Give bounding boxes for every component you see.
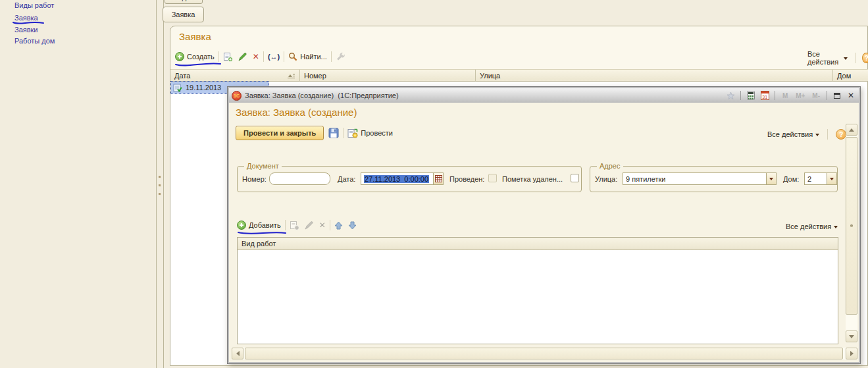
deletion-mark-label: Пометка удален...	[502, 175, 563, 183]
street-label: Улица:	[595, 175, 617, 183]
posted-checkbox[interactable]	[488, 174, 497, 182]
street-combobox[interactable]: 9 пятилетки	[623, 172, 777, 185]
dialog-body: Заявка: Заявка (создание) Провести и зак…	[229, 103, 859, 362]
items-column-header[interactable]: Вид работ	[238, 238, 838, 250]
document-group: Документ Номер: Дата: 27.11.2013 0:00:00	[237, 166, 582, 192]
sidebar-item-zayavki[interactable]: Заявки	[14, 26, 38, 34]
date-label: Дата:	[338, 175, 355, 183]
house-combobox[interactable]: 2	[804, 172, 837, 185]
chevron-down-icon	[834, 226, 838, 228]
move-up-button[interactable]	[334, 221, 343, 230]
calculator-button[interactable]	[746, 90, 756, 101]
pencil-icon	[305, 221, 314, 230]
items-toolbar-right: Все действия	[786, 219, 838, 234]
find-button[interactable]: Найти...	[288, 52, 327, 61]
sidebar-item-raboty-dom[interactable]: Работы дом	[14, 37, 55, 45]
tab-zayavka[interactable]: Заявка	[163, 7, 204, 22]
search-icon	[288, 52, 297, 61]
edit-row-button[interactable]	[305, 221, 314, 230]
floppy-disk-icon	[328, 128, 339, 138]
nav-create-button[interactable]: Создать	[165, 0, 203, 4]
deletion-mark-checkbox[interactable]	[571, 174, 579, 182]
list-toolbar: Создать (↔)	[175, 49, 346, 65]
row-date-value: 19.11.2013	[186, 84, 221, 92]
configure-list-button[interactable]	[336, 52, 346, 62]
move-down-button[interactable]	[348, 221, 357, 230]
scroll-left-button[interactable]	[232, 348, 243, 359]
items-toolbar: Добавить	[237, 217, 357, 233]
document-group-legend: Документ	[244, 162, 282, 170]
house-field[interactable]: 2	[804, 172, 827, 185]
pencil-icon	[238, 52, 247, 61]
1c-app-icon: 1С	[232, 91, 242, 101]
list-table-header: Дата Номер Улица Дом	[170, 69, 867, 82]
dialog-all-actions-button[interactable]: Все действия	[767, 130, 819, 138]
star-icon	[727, 92, 735, 100]
application-window: Виды работ Заявка Заявки Работы дом Созд…	[0, 0, 868, 368]
sidebar-item-zayavka[interactable]: Заявка	[14, 14, 38, 22]
date-selected-text: 27.11.2013 0:00:00	[364, 175, 429, 183]
date-picker-button[interactable]	[433, 172, 444, 185]
chevron-down-icon	[844, 57, 848, 60]
copy-document-icon	[223, 52, 233, 62]
number-field[interactable]	[269, 172, 330, 185]
page-title: Заявка	[179, 31, 211, 42]
post-document-icon	[347, 128, 358, 138]
address-group: Адрес Улица: 9 пятилетки Дом: 2	[590, 166, 838, 192]
chevron-down-icon	[830, 178, 834, 180]
column-header-date[interactable]: Дата	[170, 69, 300, 82]
house-value: 2	[807, 175, 811, 183]
items-all-actions-button[interactable]: Все действия	[786, 223, 838, 230]
plus-icon	[175, 52, 184, 61]
delete-button[interactable]	[253, 52, 259, 61]
post-and-close-button[interactable]: Провести и закрыть	[236, 126, 324, 140]
dialog-titlebar[interactable]: 1С Заявка: Заявка (создание) (1С:Предпри…	[229, 88, 859, 103]
date-field-group: 27.11.2013 0:00:00	[361, 172, 444, 185]
maximize-button[interactable]	[832, 90, 842, 101]
street-dropdown-button[interactable]	[766, 172, 777, 185]
calculator-icon	[747, 91, 755, 100]
scroll-right-button[interactable]	[846, 348, 857, 359]
list-toolbar-right: Все действия ?	[807, 50, 868, 66]
column-header-house[interactable]: Дом	[833, 69, 868, 82]
dialog-help-button[interactable]: ?	[836, 129, 846, 140]
document-dialog: 1С Заявка: Заявка (создание) (1С:Предпри…	[227, 86, 861, 364]
arrow-up-icon	[849, 128, 854, 132]
favorites-star-button[interactable]	[725, 90, 736, 101]
save-button[interactable]	[328, 128, 339, 138]
vertical-scroll-thumb[interactable]	[846, 137, 857, 315]
column-header-number[interactable]: Номер	[300, 69, 476, 82]
date-field[interactable]: 27.11.2013 0:00:00	[361, 172, 433, 185]
help-button[interactable]: ?	[862, 53, 868, 63]
plus-icon	[237, 221, 246, 230]
dialog-vertical-scrollbar[interactable]	[846, 124, 857, 342]
horizontal-scroll-thumb[interactable]	[245, 348, 843, 359]
scroll-up-button[interactable]	[846, 124, 857, 136]
house-dropdown-button[interactable]	[827, 172, 837, 185]
close-button[interactable]	[846, 90, 856, 101]
street-field[interactable]: 9 пятилетки	[623, 172, 766, 185]
add-row-button[interactable]: Добавить	[237, 221, 281, 230]
copy-row-button[interactable]	[290, 221, 299, 230]
column-header-street[interactable]: Улица	[476, 69, 833, 82]
all-actions-button[interactable]: Все действия	[807, 50, 848, 66]
post-button[interactable]: Провести	[347, 128, 393, 138]
calendar-button[interactable]: 31	[759, 90, 770, 101]
dialog-horizontal-scrollbar[interactable]	[232, 348, 857, 359]
memory-m-plus-button[interactable]: M+	[794, 90, 807, 101]
copy-button[interactable]	[223, 52, 233, 62]
arrow-down-icon	[849, 335, 854, 338]
scroll-down-button[interactable]	[846, 330, 857, 342]
create-button[interactable]: Создать	[175, 52, 215, 61]
maximize-icon	[834, 93, 840, 99]
edit-button[interactable]	[238, 52, 247, 61]
sidebar-item-vidy-rabot[interactable]: Виды работ	[14, 1, 54, 9]
dialog-toolbar-right: Все действия ?	[767, 126, 846, 142]
memory-m-minus-button[interactable]: M-	[810, 90, 822, 101]
delete-row-button[interactable]	[319, 221, 326, 230]
copy-document-icon	[290, 221, 299, 230]
items-table[interactable]: Вид работ	[237, 237, 838, 344]
delete-x-icon	[253, 52, 259, 61]
memory-m-button[interactable]: M	[780, 90, 790, 101]
set-interval-button[interactable]: (↔)	[268, 53, 280, 61]
